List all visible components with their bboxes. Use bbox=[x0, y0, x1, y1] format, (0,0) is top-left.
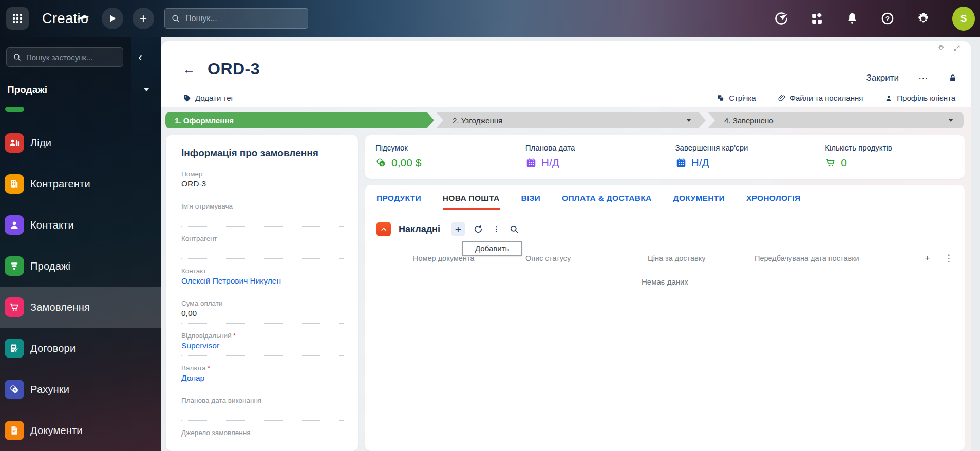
paperclip-icon bbox=[778, 94, 786, 102]
stage-label: 4. Завершено bbox=[724, 116, 774, 125]
tab-visas[interactable]: ВІЗИ bbox=[521, 194, 541, 210]
sidebar-item-leads[interactable]: Ліди bbox=[0, 122, 161, 163]
stage-label: 1. Оформлення bbox=[175, 116, 234, 125]
app-launcher-icon[interactable] bbox=[6, 7, 29, 30]
tab-strip: ПРОДУКТИ НОВА ПОШТА ВІЗИ ОПЛАТА & ДОСТАВ… bbox=[365, 185, 965, 210]
user-avatar[interactable]: S bbox=[952, 7, 975, 31]
add-tag-label: Додати тег bbox=[195, 93, 234, 102]
grid-settings-kebab-icon[interactable]: ⋮ bbox=[944, 253, 954, 263]
field-account[interactable]: Контрагент bbox=[181, 235, 344, 259]
stage-bar: 1. Оформлення 2. Узгодження 4. Завершено bbox=[165, 112, 964, 128]
svg-text:$: $ bbox=[381, 162, 384, 166]
lock-icon[interactable] bbox=[948, 73, 957, 83]
stage-current[interactable]: 1. Оформлення bbox=[165, 112, 434, 128]
tab-payment-delivery[interactable]: ОПЛАТА & ДОСТАВКА bbox=[562, 194, 652, 210]
field-planned-date[interactable]: Планова дата виконання bbox=[181, 397, 344, 421]
close-button[interactable]: Закрити bbox=[866, 73, 899, 83]
field-value bbox=[181, 244, 344, 255]
metrics-panel: Підсумок $ 0,00 $ Планова дата Н/Д bbox=[365, 135, 965, 179]
sidebar-item-label: Продажі bbox=[30, 260, 70, 272]
sidebar-item-documents[interactable]: Документи bbox=[0, 410, 161, 451]
field-owner[interactable]: Відповідальний* Supervisor bbox=[181, 332, 344, 356]
app-search[interactable] bbox=[6, 47, 123, 67]
page: Creatio + ? bbox=[0, 0, 980, 451]
metric-label: Кількість продуктів bbox=[825, 143, 965, 152]
field-payment-amount[interactable]: Сума оплати 0,00 bbox=[181, 299, 344, 324]
app-search-input[interactable] bbox=[26, 53, 117, 62]
metric-value: Н/Д bbox=[691, 157, 709, 169]
sidebar-item-contacts[interactable]: Контакти bbox=[0, 204, 161, 246]
sidebar-collapse-icon[interactable]: ‹ bbox=[134, 49, 147, 66]
sidebar-item-orders[interactable]: Замовлення bbox=[0, 287, 161, 328]
tab-documents[interactable]: ДОКУМЕНТИ bbox=[673, 194, 725, 210]
field-receiver-name[interactable]: Ім'я отримувача bbox=[181, 202, 344, 227]
stage-label: 2. Узгодження bbox=[453, 116, 502, 125]
svg-text:?: ? bbox=[885, 15, 890, 23]
stage-completed[interactable]: 4. Завершено bbox=[708, 112, 964, 128]
sidebar-item-accounts[interactable]: Контрагенти bbox=[0, 163, 161, 204]
column-header[interactable]: Опис статусу bbox=[525, 254, 571, 262]
record-links: Стрічка Файли та посилання Профіль клієн… bbox=[717, 93, 955, 102]
add-tag-button[interactable]: Додати тег bbox=[183, 93, 234, 102]
field-contact[interactable]: Контакт Олексій Петрович Никулен bbox=[181, 267, 344, 291]
cart-icon bbox=[825, 157, 836, 168]
expand-icon[interactable] bbox=[953, 44, 960, 52]
page-corner-tools bbox=[937, 44, 960, 52]
client-profile-link[interactable]: Профіль клієнта bbox=[884, 93, 955, 102]
help-icon[interactable]: ? bbox=[881, 12, 894, 25]
detail-search-button[interactable] bbox=[509, 224, 519, 234]
required-asterisk: * bbox=[208, 364, 210, 372]
metric-career-end: Завершення кар'єри Н/Д bbox=[665, 143, 815, 179]
field-order-source[interactable]: Джерело замовлення bbox=[181, 429, 344, 451]
tab-timeline[interactable]: ХРОНОЛОГІЯ bbox=[746, 194, 801, 210]
feed-link[interactable]: Стрічка bbox=[717, 93, 756, 102]
notifications-bell-icon[interactable] bbox=[845, 12, 859, 25]
page-title: ORD-3 bbox=[208, 60, 260, 79]
page-settings-gear-icon[interactable] bbox=[937, 44, 945, 52]
field-value-link[interactable]: Долар bbox=[181, 373, 344, 384]
settings-gear-icon[interactable] bbox=[916, 12, 930, 26]
field-label: Ім'я отримувача bbox=[181, 202, 233, 210]
field-value-link[interactable]: Supervisor bbox=[181, 341, 344, 352]
field-label: Контакт bbox=[181, 267, 206, 275]
run-process-button[interactable] bbox=[102, 8, 123, 29]
creatio-logo: Creatio bbox=[42, 0, 89, 37]
creatio-mark-icon[interactable] bbox=[774, 11, 788, 26]
field-label: Планова дата виконання bbox=[181, 397, 261, 404]
sidebar: ‹ Продажі Ліди Контрагенти bbox=[0, 37, 161, 451]
back-button[interactable]: ← bbox=[183, 62, 195, 77]
column-header[interactable]: Ціна за доставку bbox=[648, 254, 706, 262]
global-search[interactable] bbox=[164, 8, 308, 29]
files-links-link[interactable]: Файли та посилання bbox=[778, 93, 863, 102]
sidebar-item-contracts[interactable]: Договори bbox=[0, 328, 161, 369]
topbar-actions: ? S bbox=[774, 0, 975, 37]
global-search-input[interactable] bbox=[185, 14, 301, 23]
column-header[interactable]: Передбачувана дата поставки bbox=[755, 254, 859, 262]
sidebar-item-label: Документи bbox=[30, 425, 83, 437]
field-value-link[interactable]: Олексій Петрович Никулен bbox=[181, 276, 344, 287]
collapse-section-button[interactable] bbox=[376, 222, 391, 236]
refresh-button[interactable] bbox=[473, 224, 483, 234]
panel-title: Інформація про замовлення bbox=[181, 147, 344, 159]
quick-add-button[interactable]: + bbox=[133, 8, 154, 29]
marketplace-apps-icon[interactable] bbox=[811, 12, 823, 25]
metric-planned-date: Планова дата Н/Д bbox=[515, 143, 665, 179]
detail-toolbar: Накладні + bbox=[376, 222, 519, 236]
field-number[interactable]: Номер ORD-3 bbox=[181, 170, 344, 194]
add-record-button[interactable]: + bbox=[451, 222, 465, 236]
contacts-icon bbox=[5, 215, 24, 235]
sidebar-item-invoices[interactable]: $ Рахунки bbox=[0, 369, 161, 410]
field-currency[interactable]: Валюта* Долар bbox=[181, 364, 344, 388]
detail-menu-button[interactable] bbox=[492, 224, 501, 234]
workplace-label: Продажі bbox=[7, 84, 47, 96]
chevron-down-icon bbox=[686, 119, 691, 122]
more-actions-button[interactable]: ⋯ bbox=[918, 72, 929, 84]
workplace-selector[interactable]: Продажі bbox=[7, 84, 149, 96]
record-body: 1. Оформлення 2. Узгодження 4. Завершено… bbox=[161, 107, 971, 451]
sidebar-item-sales[interactable]: Продажі bbox=[0, 246, 161, 287]
add-column-icon[interactable]: + bbox=[925, 253, 930, 263]
tab-products[interactable]: ПРОДУКТИ bbox=[376, 194, 421, 210]
calendar-icon bbox=[525, 157, 537, 168]
tab-nova-poshta[interactable]: НОВА ПОШТА bbox=[443, 194, 500, 210]
stage-approval[interactable]: 2. Узгодження bbox=[436, 112, 706, 128]
